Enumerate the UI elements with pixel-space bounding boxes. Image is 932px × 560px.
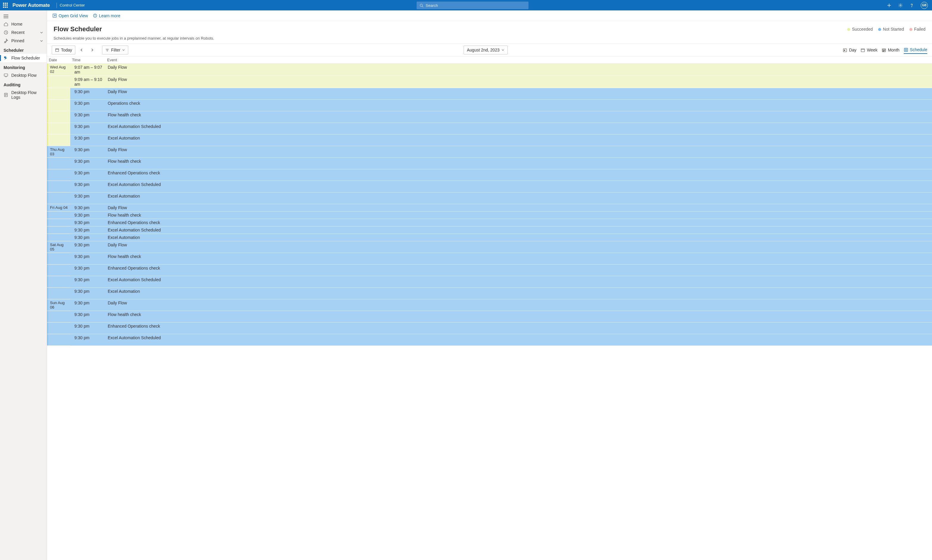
- date-text: Fri Aug 04: [50, 205, 68, 210]
- time-cell: 9:30 pm: [70, 146, 105, 158]
- today-button[interactable]: Today: [52, 46, 75, 54]
- filter-button[interactable]: Filter: [102, 46, 128, 54]
- table-row[interactable]: Wed Aug 029:30 pmExcel Automation Schedu…: [47, 123, 932, 134]
- event-cell: Flow health check: [105, 253, 932, 265]
- today-label: Today: [61, 48, 72, 52]
- chevron-right-icon: [91, 48, 94, 52]
- next-button[interactable]: [88, 46, 97, 54]
- date-cell: Wed Aug 02: [47, 111, 70, 123]
- table-row[interactable]: Sun Aug 069:30 pmDaily Flow: [47, 299, 932, 311]
- event-cell: Daily Flow: [105, 299, 932, 311]
- table-row[interactable]: Wed Aug 029:09 am – 9:10 amDaily Flow: [47, 76, 932, 88]
- sidebar-item-desktop-flow-logs[interactable]: Desktop Flow Logs: [0, 88, 47, 102]
- table-row[interactable]: Sat Aug 059:30 pmEnhanced Operations che…: [47, 265, 932, 276]
- add-icon[interactable]: [887, 3, 892, 8]
- sidebar-item-label: Flow Scheduler: [11, 55, 40, 60]
- svg-rect-10: [4, 74, 8, 76]
- cmd-label: Learn more: [99, 13, 120, 18]
- sidebar-item-pinned[interactable]: Pinned: [0, 37, 47, 45]
- settings-icon[interactable]: [898, 3, 903, 8]
- calendar-week-icon: [861, 48, 865, 52]
- view-week[interactable]: Week: [861, 46, 878, 54]
- menu-toggle-icon[interactable]: [0, 13, 47, 20]
- table-row[interactable]: Sun Aug 069:30 pmEnhanced Operations che…: [47, 323, 932, 334]
- table-row[interactable]: Sat Aug 059:30 pmExcel Automation: [47, 288, 932, 299]
- view-schedule[interactable]: Schedule: [904, 46, 927, 54]
- sidebar-item-flow-scheduler[interactable]: Flow Scheduler: [0, 54, 47, 62]
- date-text: Thu Aug 03: [50, 182, 64, 191]
- date-cell: Sat Aug 05: [47, 288, 70, 299]
- open-grid-view-button[interactable]: Open Grid View: [52, 13, 88, 18]
- table-row[interactable]: Thu Aug 039:30 pmFlow health check: [47, 158, 932, 169]
- time-cell: 9:30 pm: [70, 234, 105, 241]
- view-day[interactable]: Day: [843, 46, 857, 54]
- table-row[interactable]: Thu Aug 039:30 pmExcel Automation Schedu…: [47, 181, 932, 192]
- event-cell: Enhanced Operations check: [105, 323, 932, 334]
- schedule-list-icon: [904, 48, 908, 52]
- table-row[interactable]: Thu Aug 039:30 pmExcel Automation: [47, 192, 932, 204]
- date-cell: Wed Aug 02: [47, 64, 70, 76]
- table-row[interactable]: Wed Aug 029:30 pmDaily Flow: [47, 88, 932, 100]
- learn-more-button[interactable]: Learn more: [93, 13, 120, 18]
- table-row[interactable]: Fri Aug 049:30 pmFlow health check: [47, 212, 932, 219]
- event-cell: Daily Flow: [105, 204, 932, 212]
- legend-not-started: Not Started: [878, 27, 904, 32]
- table-row[interactable]: Fri Aug 049:30 pmExcel Automation Schedu…: [47, 226, 932, 234]
- sidebar-item-desktop-flow[interactable]: Desktop Flow: [0, 71, 47, 80]
- date-cell: Fri Aug 04: [47, 204, 70, 212]
- table-row[interactable]: Fri Aug 049:30 pmExcel Automation: [47, 234, 932, 241]
- time-cell: 9:30 pm: [70, 219, 105, 226]
- view-label: Schedule: [910, 47, 927, 52]
- time-cell: 9:30 pm: [70, 181, 105, 192]
- date-text: Thu Aug 03: [50, 171, 64, 179]
- time-cell: 9:30 pm: [70, 226, 105, 234]
- table-row[interactable]: Thu Aug 039:30 pmEnhanced Operations che…: [47, 169, 932, 181]
- date-text: Fri Aug 04: [50, 213, 68, 217]
- table-row[interactable]: Fri Aug 049:30 pmDaily Flow: [47, 204, 932, 212]
- svg-rect-29: [861, 49, 864, 51]
- table-row[interactable]: Thu Aug 039:30 pmDaily Flow: [47, 146, 932, 158]
- date-cell: Sun Aug 06: [47, 323, 70, 334]
- chevron-down-icon: [40, 39, 43, 43]
- view-month[interactable]: Month: [882, 46, 900, 54]
- time-cell: 9:30 pm: [70, 123, 105, 134]
- time-cell: 9:30 pm: [70, 276, 105, 288]
- sidebar-item-home[interactable]: Home: [0, 20, 47, 28]
- table-row[interactable]: Fri Aug 049:30 pmEnhanced Operations che…: [47, 219, 932, 226]
- table-row[interactable]: Wed Aug 029:30 pmExcel Automation: [47, 134, 932, 146]
- prev-button[interactable]: [77, 46, 86, 54]
- time-cell: 9:30 pm: [70, 88, 105, 100]
- chevron-down-icon: [122, 49, 125, 51]
- date-cell: Sat Aug 05: [47, 241, 70, 253]
- table-row[interactable]: Sun Aug 069:30 pmFlow health check: [47, 311, 932, 323]
- calendar-icon: [55, 48, 59, 52]
- schedule-scroll[interactable]: Date Time Event Wed Aug 029:07 am – 9:07…: [47, 57, 932, 560]
- calendar-day-icon: [843, 48, 847, 52]
- avatar[interactable]: GB: [921, 2, 928, 9]
- date-text: Sat Aug 05: [50, 243, 64, 251]
- help-icon[interactable]: [909, 3, 914, 8]
- table-row[interactable]: Sat Aug 059:30 pmExcel Automation Schedu…: [47, 276, 932, 288]
- table-row[interactable]: Sun Aug 069:30 pmExcel Automation Schedu…: [47, 334, 932, 346]
- app-launcher-icon[interactable]: [3, 3, 8, 8]
- grid-open-icon: [52, 13, 57, 18]
- date-cell: Thu Aug 03: [47, 181, 70, 192]
- table-row[interactable]: Sat Aug 059:30 pmFlow health check: [47, 253, 932, 265]
- date-picker-button[interactable]: August 2nd, 2023: [464, 46, 508, 54]
- date-text: Thu Aug 03: [50, 194, 64, 203]
- search-input[interactable]: [426, 3, 526, 8]
- table-row[interactable]: Wed Aug 029:30 pmOperations check: [47, 100, 932, 111]
- search-box[interactable]: [417, 2, 529, 9]
- home-icon: [3, 22, 8, 26]
- table-row[interactable]: Wed Aug 029:30 pmFlow health check: [47, 111, 932, 123]
- header-subtitle: Control Center: [60, 3, 85, 8]
- table-row[interactable]: Sat Aug 059:30 pmDaily Flow: [47, 241, 932, 253]
- sidebar-item-recent[interactable]: Recent: [0, 28, 47, 37]
- chevron-down-icon: [501, 49, 504, 51]
- time-cell: 9:30 pm: [70, 253, 105, 265]
- event-cell: Daily Flow: [105, 64, 932, 76]
- time-cell: 9:07 am – 9:07 am: [70, 64, 105, 76]
- pin-icon: [3, 38, 8, 43]
- filter-label: Filter: [111, 48, 120, 52]
- table-row[interactable]: Wed Aug 029:07 am – 9:07 amDaily Flow: [47, 64, 932, 76]
